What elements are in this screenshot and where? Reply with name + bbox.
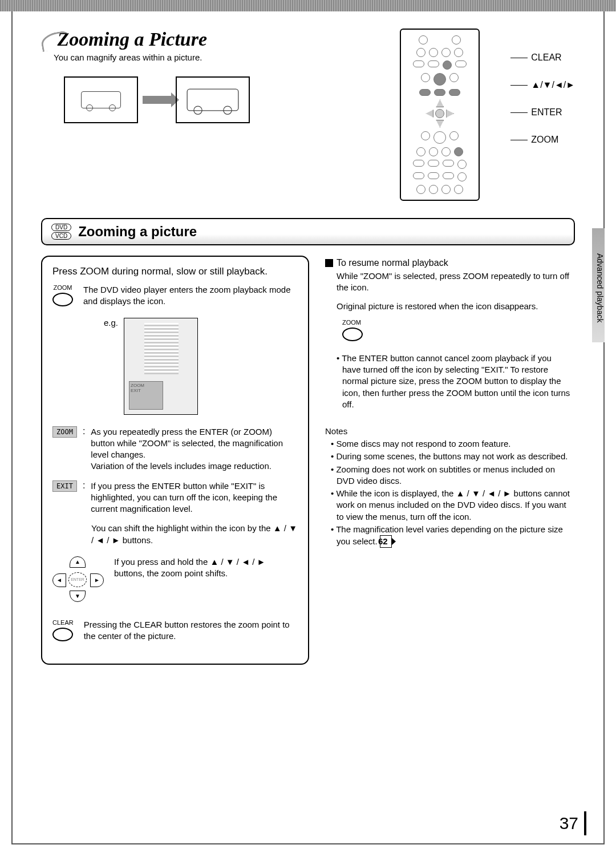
resume-heading-text: To resume normal playback [337, 258, 448, 268]
callout-zoom: ZOOM [531, 135, 558, 144]
zoom-btn-label: ZOOM [54, 284, 72, 291]
zoom-button-graphic-r: ZOOM [342, 319, 570, 341]
notes-heading: Notes [325, 426, 570, 436]
note-item: • Zooming does not work on subtitles or … [331, 464, 570, 487]
zoom-illustration [64, 76, 400, 123]
oval-button-icon [342, 328, 363, 341]
clear-desc: Pressing the CLEAR button restores the z… [84, 619, 298, 642]
enter-note: • The ENTER button cannot cancel zoom pl… [337, 353, 570, 410]
dpad-icon [425, 99, 454, 128]
oval-button-icon [52, 293, 73, 306]
zoom-button-graphic: ZOOM [52, 284, 73, 306]
side-tab: Advanced playback [592, 228, 605, 342]
page-number: 37 [560, 811, 586, 835]
shift-desc: You can shift the highlight within the i… [91, 523, 298, 546]
dpad-graphic: ▲ ▼ ◄ ► ENTER [52, 556, 104, 602]
remote-callouts: CLEAR ▲/▼/◄/► ENTER ZOOM [510, 29, 575, 145]
page-ref: 62 [380, 535, 392, 548]
callout-dpad: ▲/▼/◄/► [531, 80, 575, 90]
remote-diagram [400, 29, 480, 201]
left-panel: Press ZOOM during normal, slow or still … [41, 256, 309, 665]
note-item: • During some scenes, the buttons may no… [331, 451, 570, 462]
note-item: • Some discs may not respond to zoom fea… [331, 438, 570, 450]
page-subtitle: You can magnify areas within a picture. [54, 52, 400, 62]
square-bullet-icon [325, 259, 333, 267]
zoom-tag: ZOOM [52, 426, 77, 438]
right-panel: To resume normal playback While "ZOOM" i… [321, 256, 575, 665]
callout-enter: ENTER [531, 107, 562, 117]
resume-p1: While "ZOOM" is selected, press ZOOM rep… [337, 270, 570, 294]
note-item: • The magnification level varies dependi… [331, 524, 570, 548]
remote-diagram-wrap: CLEAR ▲/▼/◄/► ENTER ZOOM [400, 29, 575, 201]
clear-button-icon [443, 60, 452, 70]
badge-vcd: VCD [51, 232, 71, 240]
page-title: Zooming a Picture [41, 29, 400, 50]
section-header: DVD VCD Zooming a picture [41, 218, 575, 245]
zoom-desc: The DVD video player enters the zoom pla… [83, 284, 298, 308]
example-screen: ZOOMEXIT [124, 318, 198, 415]
illus-after [176, 76, 250, 123]
resume-p2: Original picture is restored when the ic… [337, 301, 570, 312]
eg-label: e.g. [104, 318, 118, 328]
section-title: Zooming a picture [78, 224, 197, 240]
exit-tag-desc: If you press the ENTER button while "EXI… [91, 480, 298, 515]
exit-tag: EXIT [52, 480, 77, 492]
disc-badges: DVD VCD [51, 224, 71, 240]
page-frame: Zooming a Picture You can magnify areas … [11, 11, 605, 844]
zoom-button-icon [454, 147, 463, 156]
step-intro: Press ZOOM during normal, slow or still … [52, 266, 298, 277]
clear-button-graphic: CLEAR [52, 619, 74, 641]
arrow-icon [143, 96, 171, 104]
resume-heading: To resume normal playback [325, 258, 570, 268]
hold-desc: If you press and hold the ▲ / ▼ / ◄ / ► … [114, 556, 298, 580]
zoom-tag-desc: As you repeatedly press the ENTER (or ZO… [91, 426, 298, 472]
illus-before [64, 76, 138, 123]
clear-btn-label: CLEAR [52, 619, 74, 626]
scan-border [0, 0, 616, 11]
oval-button-icon [52, 628, 73, 641]
note-item: • While the icon is displayed, the ▲ / ▼… [331, 488, 570, 523]
title-text: Zooming a Picture [58, 29, 208, 50]
badge-dvd: DVD [51, 224, 71, 231]
callout-clear: CLEAR [531, 52, 561, 62]
zoom-btn-label-r: ZOOM [342, 319, 361, 326]
